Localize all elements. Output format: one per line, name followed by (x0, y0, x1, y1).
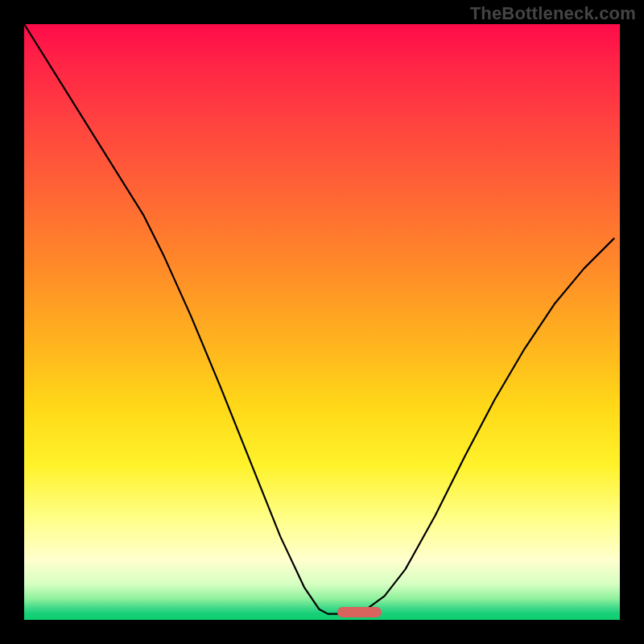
optimal-range-marker (337, 607, 382, 617)
watermark-text: TheBottleneck.com (470, 3, 636, 24)
plot-area (24, 24, 620, 620)
chart-frame: TheBottleneck.com (0, 0, 644, 644)
bottleneck-curve (24, 24, 620, 620)
